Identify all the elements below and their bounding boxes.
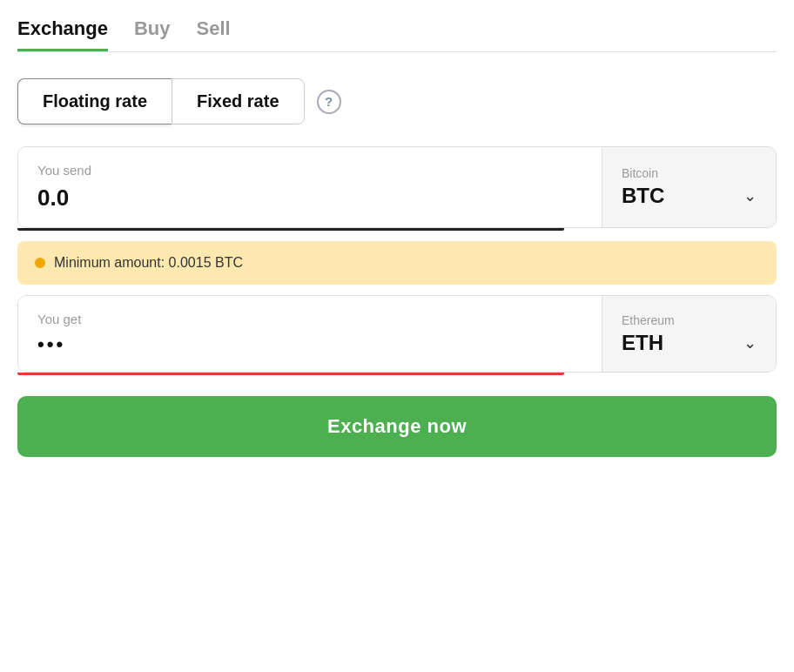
floating-rate-button[interactable]: Floating rate [17,78,172,124]
tab-exchange[interactable]: Exchange [17,17,108,51]
send-panel: You send 0.0 Bitcoin BTC ⌄ [17,146,777,228]
fixed-rate-button[interactable]: Fixed rate [172,78,304,124]
send-label: You send [37,163,582,178]
min-amount-text: Minimum amount: 0.0015 BTC [54,255,243,271]
get-currency-code: ETH [622,331,663,355]
send-amount-section: You send 0.0 [18,147,602,227]
help-icon[interactable]: ? [317,90,341,114]
send-currency-code: BTC [622,184,664,208]
get-currency-selector[interactable]: Ethereum ETH ⌄ [602,296,776,372]
warning-dot-icon [35,258,45,268]
nav-tabs: Exchange Buy Sell [17,17,777,52]
send-currency-name: Bitcoin [622,166,757,180]
get-panel: You get ••• Ethereum ETH ⌄ [17,295,777,373]
send-currency-row: BTC ⌄ [622,184,757,208]
exchange-now-button[interactable]: Exchange now [17,396,777,457]
send-chevron-icon: ⌄ [744,186,757,205]
tab-buy[interactable]: Buy [134,17,171,51]
get-value[interactable]: ••• [37,333,582,356]
get-currency-name: Ethereum [622,313,757,327]
get-currency-row: ETH ⌄ [622,331,757,355]
get-amount-section: You get ••• [18,296,602,372]
get-label: You get [37,312,582,326]
tab-sell[interactable]: Sell [197,17,231,51]
send-value[interactable]: 0.0 [37,185,582,212]
rate-toggle: Floating rate Fixed rate ? [17,78,777,124]
get-panel-wrapper: You get ••• Ethereum ETH ⌄ [17,295,777,375]
send-panel-wrapper: You send 0.0 Bitcoin BTC ⌄ [17,146,777,231]
get-chevron-icon: ⌄ [744,333,757,353]
get-underline [17,373,564,375]
send-underline [17,228,564,231]
send-currency-selector[interactable]: Bitcoin BTC ⌄ [602,147,776,227]
main-container: Exchange Buy Sell Floating rate Fixed ra… [0,0,794,492]
min-amount-notice: Minimum amount: 0.0015 BTC [17,241,777,285]
